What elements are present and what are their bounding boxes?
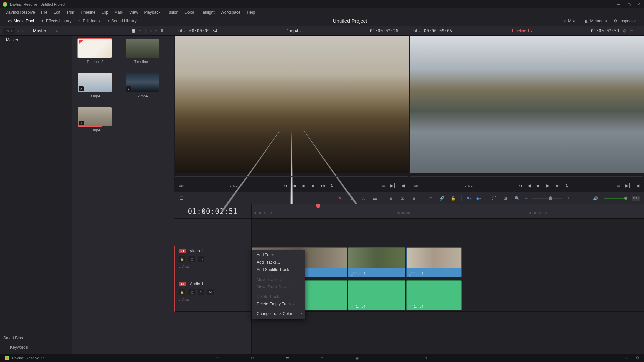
- playhead[interactable]: [318, 204, 318, 354]
- ctx-change-track-color[interactable]: Change Track Color▸: [252, 310, 305, 317]
- rec-timeline-name[interactable]: Timeline 1 ▾: [452, 28, 591, 33]
- rec-match-frame-icon[interactable]: ▭▾: [413, 183, 419, 189]
- audio-auto-select-icon[interactable]: ▢: [188, 289, 195, 295]
- track-disable-icon[interactable]: ▭: [198, 256, 204, 262]
- page-fairlight[interactable]: ♪: [388, 355, 396, 361]
- auto-select-icon[interactable]: ▢: [188, 256, 195, 262]
- insert-clip-icon[interactable]: ⊟: [388, 195, 394, 201]
- rec-jog[interactable]: ◂▸: [465, 185, 473, 188]
- media-clip[interactable]: Timeline 1: [122, 39, 163, 64]
- page-cut[interactable]: ✂: [248, 355, 256, 361]
- menu-playback[interactable]: Playback: [141, 9, 163, 15]
- rec-insert-icon[interactable]: ▭: [616, 183, 623, 189]
- thumb-view-icon[interactable]: ▦: [131, 28, 135, 33]
- menu-clip[interactable]: Clip: [99, 9, 111, 15]
- loop-icon[interactable]: ↻: [330, 183, 336, 189]
- home-icon[interactable]: ⌂: [625, 356, 628, 360]
- timeline-ruler[interactable]: 01:00:00:0001:00:04:0001:00:08:0001:00:1…: [252, 204, 644, 219]
- rec-play-icon[interactable]: ▶: [546, 183, 552, 189]
- volume-icon[interactable]: 🔊: [592, 195, 599, 201]
- video-clip[interactable]: 🔗 1.mp4: [348, 247, 405, 277]
- rec-layout-icon[interactable]: ▭: [630, 28, 633, 33]
- page-media[interactable]: ▭: [213, 355, 221, 361]
- link-icon[interactable]: 🔗: [438, 195, 445, 201]
- audio-clip[interactable]: 🔗 1.mp4: [406, 280, 462, 310]
- play-reverse-icon[interactable]: ◀: [293, 183, 299, 189]
- replace-clip-icon[interactable]: ⊞: [411, 195, 417, 201]
- media-clip[interactable]: ♪1.mp4: [75, 107, 115, 132]
- search-icon[interactable]: ⌕: [150, 28, 152, 33]
- dim-button[interactable]: DIM: [632, 196, 640, 201]
- ctx-add-subtitle-track[interactable]: Add Subtitle Track: [252, 266, 305, 274]
- solo-icon[interactable]: S: [198, 289, 204, 295]
- src-more-icon[interactable]: ⋯: [402, 28, 406, 33]
- metadata-toggle[interactable]: ◧ Metadata: [581, 18, 610, 24]
- rec-replace-icon[interactable]: │◀: [634, 183, 640, 189]
- zoom-slider[interactable]: [532, 198, 562, 199]
- video-track-badge[interactable]: V1: [179, 249, 186, 253]
- smart-bin-keywords[interactable]: Keywords: [3, 344, 68, 351]
- track-lock-icon[interactable]: 🔒: [179, 256, 185, 262]
- inspector-toggle[interactable]: ⚙ Inspector: [610, 18, 639, 24]
- bin-view-dropdown[interactable]: ▭ ▾: [3, 28, 15, 34]
- play-icon[interactable]: ▶: [312, 183, 318, 189]
- match-frame-icon[interactable]: ▭▾: [178, 183, 184, 189]
- menu-edit[interactable]: Edit: [51, 9, 63, 15]
- src-fit-dropdown[interactable]: Fit ▾: [178, 28, 185, 33]
- audio-track-header[interactable]: A1 Audio 1 🔒 ▢ S M 3 Clips: [174, 279, 251, 312]
- more-icon[interactable]: ⋯: [167, 28, 171, 33]
- zoom-full-icon[interactable]: ⛶: [491, 195, 497, 201]
- stop-icon[interactable]: ■: [302, 183, 308, 189]
- menu-view[interactable]: View: [127, 9, 141, 15]
- audio-track-lane[interactable]: 🔗 1.mp4🔗 1.mp4🔗 1.mp4: [252, 279, 644, 312]
- ctx-delete-empty-tracks[interactable]: Delete Empty Tracks: [252, 300, 305, 308]
- rec-more-icon[interactable]: ⋯: [637, 28, 641, 33]
- rec-play-reverse-icon[interactable]: ◀: [528, 183, 534, 189]
- trim-tool-icon[interactable]: ⎚: [348, 195, 355, 201]
- close-button[interactable]: ✕: [637, 2, 641, 6]
- rec-last-frame-icon[interactable]: ⏭: [556, 183, 562, 189]
- video-track-header[interactable]: V1 Video 1 🔒 ▢ ▭ 3 Clips: [174, 246, 251, 279]
- menu-fusion[interactable]: Fusion: [164, 9, 181, 15]
- dynamic-trim-icon[interactable]: ⎍: [360, 195, 367, 201]
- sound-library-toggle[interactable]: ♪ Sound Library: [104, 18, 140, 24]
- menu-workspace[interactable]: Workspace: [218, 9, 244, 15]
- overwrite-clip-icon[interactable]: ⊡: [399, 195, 406, 201]
- menu-help[interactable]: Help: [244, 9, 258, 15]
- timeline-view-options-icon[interactable]: ☰: [178, 195, 185, 201]
- zoom-detail-icon[interactable]: ⊡: [502, 195, 509, 201]
- menu-davinci-resolve[interactable]: DaVinci Resolve: [3, 9, 38, 15]
- menu-mark[interactable]: Mark: [112, 9, 126, 15]
- edit-index-toggle[interactable]: ≡ Edit Index: [75, 18, 104, 24]
- menu-color[interactable]: Color: [182, 9, 197, 15]
- bin-master[interactable]: Master: [0, 36, 72, 44]
- rec-first-frame-icon[interactable]: ⏮: [518, 183, 524, 189]
- rec-scrub-bar[interactable]: [410, 173, 643, 180]
- lock-icon[interactable]: 🔒: [450, 195, 457, 201]
- nav-back[interactable]: ‹: [18, 29, 19, 33]
- blade-tool-icon[interactable]: ▬: [371, 195, 378, 201]
- minimize-button[interactable]: ─: [617, 2, 621, 6]
- menu-fairlight[interactable]: Fairlight: [198, 9, 217, 15]
- list-view-icon[interactable]: ≡: [139, 28, 141, 33]
- insert-icon[interactable]: ▭: [382, 183, 388, 189]
- src-clip-name[interactable]: 1.mp4 ▾: [218, 28, 370, 33]
- page-deliver[interactable]: ✈: [423, 355, 431, 361]
- menu-timeline[interactable]: Timeline: [77, 9, 98, 15]
- maximize-button[interactable]: ▢: [627, 2, 631, 6]
- source-viewer[interactable]: [175, 36, 409, 173]
- video-clip[interactable]: 🔗 1.mp4: [406, 247, 462, 277]
- menu-trim[interactable]: Trim: [64, 9, 77, 15]
- sort-icon[interactable]: ⇅: [160, 28, 164, 33]
- nav-fwd[interactable]: ›: [22, 29, 23, 33]
- record-viewer[interactable]: [410, 36, 644, 173]
- replace-icon[interactable]: │◀: [399, 183, 405, 189]
- flag-icon[interactable]: ⚑▾: [466, 196, 472, 201]
- rec-overwrite-icon[interactable]: ▶│: [625, 183, 631, 189]
- audio-track-badge[interactable]: A1: [179, 282, 186, 286]
- media-clip[interactable]: ♪3.mp4: [75, 73, 115, 98]
- custom-zoom-icon[interactable]: 🔍: [514, 195, 520, 201]
- mixer-toggle[interactable]: ⎚ Mixer: [560, 18, 581, 24]
- page-edit[interactable]: ☷: [283, 355, 291, 361]
- project-settings-icon[interactable]: ⚙: [636, 356, 639, 360]
